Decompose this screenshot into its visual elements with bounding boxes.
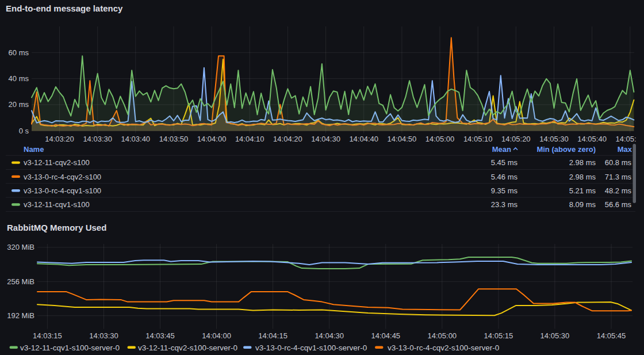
svg-text:v3-13-0-rc-4-cqv1-s100: v3-13-0-rc-4-cqv1-s100 (24, 186, 101, 195)
svg-text:14:04:50: 14:04:50 (388, 135, 417, 143)
svg-text:14:04:00: 14:04:00 (197, 135, 227, 143)
svg-text:14:05:20: 14:05:20 (501, 135, 531, 143)
svg-text:14:04:10: 14:04:10 (235, 135, 264, 143)
svg-text:v3-13-0-rc-4-cqv1-s100-server-: v3-13-0-rc-4-cqv1-s100-server-0 (255, 343, 367, 352)
svg-text:48.2 ms: 48.2 ms (605, 186, 632, 195)
svg-text:320 MiB: 320 MiB (7, 243, 34, 251)
svg-text:14:03:15: 14:03:15 (33, 331, 62, 340)
svg-text:8.09 ms: 8.09 ms (569, 200, 596, 209)
svg-text:14:05:00: 14:05:00 (427, 331, 457, 340)
svg-text:2.98 ms: 2.98 ms (569, 173, 596, 181)
svg-text:56.6 ms: 56.6 ms (605, 200, 632, 209)
svg-text:0 s: 0 s (19, 127, 29, 135)
svg-text:192 MiB: 192 MiB (7, 311, 34, 320)
svg-text:14:04:15: 14:04:15 (258, 331, 288, 340)
svg-text:9.35 ms: 9.35 ms (491, 186, 518, 195)
svg-text:Min (above zero): Min (above zero) (536, 145, 596, 154)
svg-text:60 ms: 60 ms (9, 48, 29, 57)
svg-text:v3-13-0-rc-4-cqv2-s100-server-: v3-13-0-rc-4-cqv2-s100-server-0 (388, 343, 499, 352)
svg-text:14:03:50: 14:03:50 (159, 135, 189, 143)
svg-text:40 ms: 40 ms (9, 74, 29, 83)
svg-text:14:05:45: 14:05:45 (597, 331, 626, 340)
svg-text:23.3 ms: 23.3 ms (491, 200, 518, 209)
svg-text:14:04:40: 14:04:40 (349, 135, 378, 143)
svg-text:256 MiB: 256 MiB (7, 277, 34, 286)
svg-text:14:04:45: 14:04:45 (371, 331, 400, 340)
svg-text:14:03:30: 14:03:30 (83, 135, 112, 143)
svg-text:60.8 ms: 60.8 ms (605, 158, 632, 167)
svg-text:20 ms: 20 ms (9, 100, 29, 109)
svg-text:14:04:20: 14:04:20 (273, 135, 302, 143)
svg-text:v3-12-11-cqv1-s100-server-0: v3-12-11-cqv1-s100-server-0 (20, 343, 120, 352)
svg-text:14:03:45: 14:03:45 (145, 331, 175, 340)
svg-text:14:04:30: 14:04:30 (315, 331, 344, 340)
svg-text:v3-12-11-cqv2-s100-server-0: v3-12-11-cqv2-s100-server-0 (138, 343, 237, 352)
svg-text:14:03:40: 14:03:40 (121, 135, 150, 143)
svg-text:71.3 ms: 71.3 ms (605, 173, 632, 181)
svg-text:Name: Name (24, 145, 44, 154)
svg-text:v3-12-11-cqv2-s100: v3-12-11-cqv2-s100 (24, 158, 90, 167)
svg-text:Max: Max (618, 145, 632, 154)
svg-text:14:05:30: 14:05:30 (539, 135, 569, 143)
svg-text:End-to-end message latency: End-to-end message latency (6, 3, 123, 13)
svg-text:5.21 ms: 5.21 ms (569, 186, 596, 195)
svg-text:14:05:00: 14:05:00 (425, 135, 455, 143)
svg-text:14:04:30: 14:04:30 (311, 135, 340, 143)
svg-text:14:05:30: 14:05:30 (540, 331, 570, 340)
svg-text:14:05:40: 14:05:40 (577, 135, 607, 143)
svg-text:14:03:20: 14:03:20 (45, 135, 74, 143)
svg-text:v3-12-11-cqv1-s100: v3-12-11-cqv1-s100 (24, 200, 90, 209)
svg-text:14:05:15: 14:05:15 (484, 331, 513, 340)
svg-text:14:03:30: 14:03:30 (89, 331, 118, 340)
svg-text:2.98 ms: 2.98 ms (569, 158, 596, 167)
svg-text:Mean: Mean (492, 145, 511, 154)
svg-text:5.45 ms: 5.45 ms (491, 158, 518, 167)
svg-text:14:05:10: 14:05:10 (463, 135, 493, 143)
svg-text:RabbitMQ Memory Used: RabbitMQ Memory Used (7, 223, 106, 232)
svg-text:14:04:00: 14:04:00 (202, 331, 231, 340)
svg-text:5.46 ms: 5.46 ms (491, 173, 518, 181)
svg-text:v3-13-0-rc-4-cqv2-s100: v3-13-0-rc-4-cqv2-s100 (24, 173, 101, 181)
